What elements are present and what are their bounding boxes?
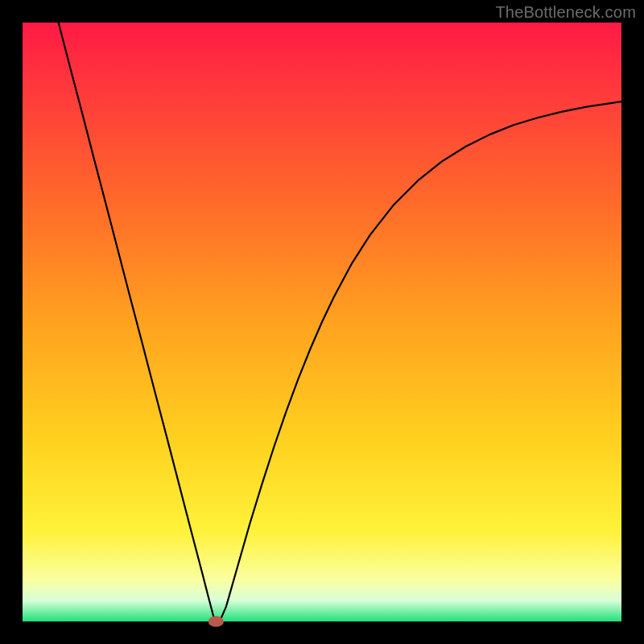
bottleneck-curve: [59, 23, 621, 621]
plot-area: [23, 23, 621, 621]
minimum-marker: [208, 616, 224, 626]
curve-layer: [23, 23, 621, 621]
chart-frame: TheBottleneck.com: [0, 0, 644, 644]
attribution-label: TheBottleneck.com: [495, 3, 636, 22]
